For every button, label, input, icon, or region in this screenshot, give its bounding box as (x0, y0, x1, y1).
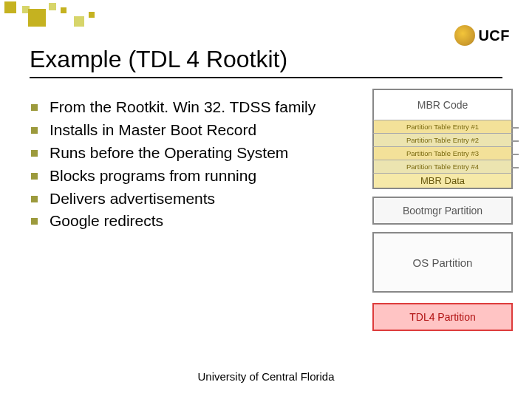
bullet-icon (31, 150, 38, 157)
ucf-seal-icon (454, 25, 475, 46)
title-underline (30, 77, 502, 78)
ucf-logo: UCF (454, 25, 510, 46)
bullet-text: Google redirects (50, 211, 341, 231)
mbr-data-box: MBR Data (372, 173, 513, 189)
bullet-icon (31, 127, 38, 134)
partition-table-entry: Partition Table Entry #2 (372, 133, 513, 146)
bullet-icon (31, 196, 38, 202)
bullet-icon (31, 218, 38, 225)
slide-footer: University of Central Florida (0, 370, 532, 383)
slide-title: Example (TDL 4 Rootkit) (30, 46, 287, 73)
bullet-text: From the Rootkit. Win 32. TDSS family (50, 98, 341, 117)
bullet-list: From the Rootkit. Win 32. TDSS family In… (31, 98, 341, 234)
list-item: Installs in Master Boot Record (31, 120, 341, 140)
partition-table-entry: Partition Table Entry #1 (372, 120, 513, 133)
os-partition-box: OS Partition (372, 232, 513, 293)
list-item: Blocks programs from running (31, 166, 341, 186)
bootmgr-partition-box: Bootmgr Partition (372, 197, 513, 225)
disk-layout-diagram: MBR Code Partition Table Entry #1 Partit… (372, 89, 513, 331)
list-item: Delivers advertisements (31, 189, 341, 209)
ucf-logo-text: UCF (478, 27, 510, 44)
bullet-icon (31, 173, 38, 180)
bullet-icon (31, 104, 38, 111)
mbr-code-box: MBR Code (372, 89, 513, 120)
bullet-text: Runs before the Operating System (50, 143, 341, 163)
bullet-text: Installs in Master Boot Record (50, 120, 341, 140)
bullet-text: Delivers advertisements (50, 189, 341, 209)
list-item: Runs before the Operating System (31, 143, 341, 163)
list-item: Google redirects (31, 211, 341, 231)
tdl4-partition-box: TDL4 Partition (372, 303, 513, 331)
bullet-text: Blocks programs from running (50, 166, 341, 186)
list-item: From the Rootkit. Win 32. TDSS family (31, 98, 341, 117)
partition-table-entry: Partition Table Entry #3 (372, 146, 513, 160)
partition-table-entry: Partition Table Entry #4 (372, 160, 513, 173)
corner-decoration (0, 0, 148, 30)
